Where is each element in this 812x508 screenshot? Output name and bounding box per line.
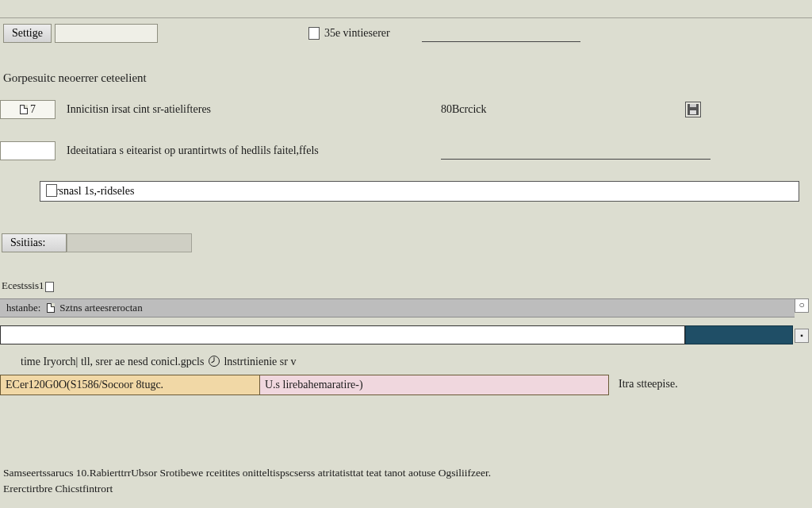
- footer-line1: Samseertssarucs 10.RabierttrrUbsor Sroti…: [3, 465, 491, 481]
- settings-field[interactable]: [55, 24, 158, 43]
- row3-input[interactable]: [40, 181, 799, 202]
- row1-text: Innicitisn irsat cint sr-atielifteres: [67, 103, 211, 116]
- row2-text: Ideeitatiara s eitearist op urantirtwts …: [67, 144, 319, 157]
- content-bar-navy[interactable]: [685, 325, 793, 344]
- titlebar-left: hstanbe:: [6, 302, 40, 314]
- section2-button[interactable]: Ssitiias:: [2, 233, 67, 252]
- titlebar-text: Sztns arteesreroctan: [59, 302, 142, 314]
- row1-box[interactable]: 7: [0, 100, 56, 119]
- code-row: ECer120G0O(S1586/Socoor 8tugc. U.s lireb…: [0, 375, 609, 395]
- code-left-cell[interactable]: ECer120G0O(S1586/Socoor 8tugc.: [0, 375, 260, 395]
- view-checkbox[interactable]: 35e vintieserer: [308, 27, 390, 40]
- section1-heading: Gorpesuitc neoerrer ceteelient: [3, 71, 147, 85]
- section2-button-ext: [67, 233, 192, 252]
- disk-icon: [688, 104, 699, 115]
- row3-inline-checkbox[interactable]: [46, 184, 57, 197]
- footer-line2: Ererctirtbre Chicstfintrort: [3, 481, 491, 497]
- row1-right-icon[interactable]: [685, 102, 701, 117]
- footer-text: Samseertssarucs 10.RabierttrrUbsor Sroti…: [3, 465, 491, 498]
- toolbar-underline-field[interactable]: [422, 25, 580, 42]
- code-right-cell[interactable]: U.s lirebahemaratire-): [260, 375, 609, 395]
- row1-box-value: 7: [30, 103, 36, 116]
- toolbar: Settige 35e vintieserer: [3, 22, 809, 44]
- close-button[interactable]: ○: [795, 298, 809, 313]
- bottom-desc: time Iryorch| tll, srer ae nesd conicl.g…: [21, 356, 296, 368]
- row1-right-label: 80Bcrcick: [441, 103, 487, 116]
- clock-icon: [209, 356, 220, 367]
- settings-button[interactable]: Settige: [3, 24, 52, 43]
- view-checkbox-label: 35e vintieserer: [324, 27, 390, 40]
- page-icon: [20, 105, 28, 114]
- panel-titlebar: hstanbe: Sztns arteesreroctan: [0, 298, 795, 318]
- scroll-indicator[interactable]: ▪: [795, 329, 809, 343]
- section2-sublabel: Ecestssis1: [2, 279, 59, 292]
- checkbox-icon: [308, 27, 320, 40]
- content-bar-white[interactable]: [0, 325, 685, 344]
- top-divider: [0, 17, 812, 18]
- code-trail: Itra stteepise.: [619, 378, 678, 391]
- row2-underline-field[interactable]: [441, 142, 710, 160]
- sublabel-box-icon: [45, 282, 54, 292]
- page-icon: [47, 303, 55, 313]
- row2-box[interactable]: [0, 141, 56, 160]
